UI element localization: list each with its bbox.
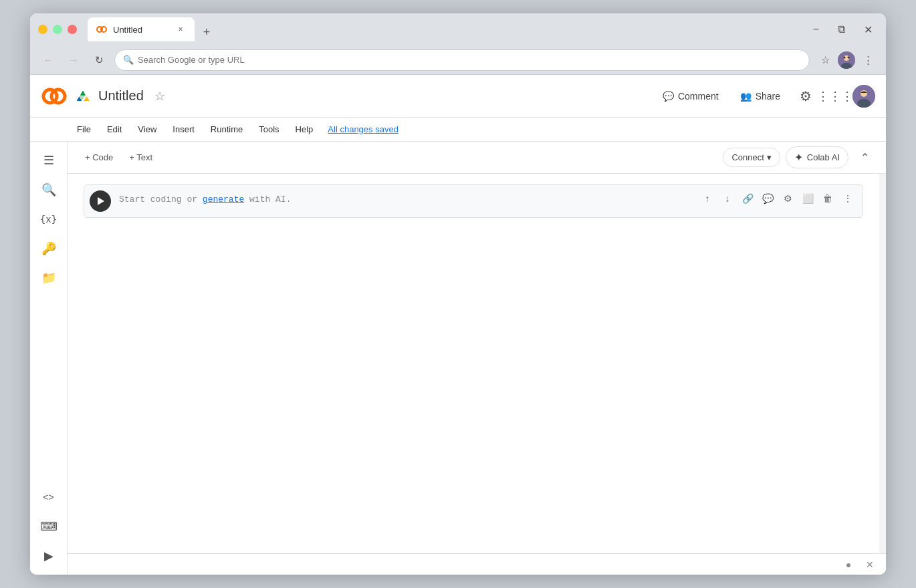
key-icon: 🔑: [41, 241, 56, 256]
cell-toolbar: + Code + Text Connect ▾ ✦ Colab AI ⌃: [68, 142, 886, 174]
star-button[interactable]: ☆: [152, 86, 168, 106]
cell-delete-button[interactable]: 🗑: [818, 189, 837, 208]
menu-runtime[interactable]: Runtime: [204, 122, 249, 137]
notebook-area: + Code + Text Connect ▾ ✦ Colab AI ⌃: [68, 142, 886, 575]
active-tab[interactable]: Untitled ×: [88, 17, 195, 41]
sidebar-files-button[interactable]: 📁: [35, 265, 62, 291]
bottom-close-button[interactable]: ✕: [862, 557, 878, 573]
svg-point-5: [844, 56, 846, 58]
browser-window: − □ × Untitled × + − ⧉ ✕: [30, 13, 886, 575]
sidebar-command-palette-button[interactable]: ⌨: [35, 513, 62, 540]
gear-icon: ⚙: [800, 88, 812, 104]
cell-expand-button[interactable]: ⬜: [798, 189, 817, 208]
reload-button[interactable]: ↻: [89, 50, 109, 70]
cell-move-down-button[interactable]: ↓: [718, 189, 737, 208]
toc-icon: ☰: [43, 153, 54, 168]
cell-more-button[interactable]: ⋮: [838, 189, 857, 208]
apps-grid-button[interactable]: ⋮⋮⋮: [823, 84, 847, 108]
add-code-button[interactable]: + Code: [78, 148, 120, 166]
sidebar-code-snippets-button[interactable]: <>: [35, 484, 62, 510]
link-icon: 🔗: [742, 193, 754, 204]
add-text-button[interactable]: + Text: [122, 148, 159, 166]
notebook-scrollbar[interactable]: [879, 174, 886, 553]
cell-toolbar-right: Connect ▾ ✦ Colab AI ⌃: [723, 146, 875, 168]
comment-button[interactable]: 💬 Comment: [655, 87, 727, 106]
chrome-toolbar: ← → ↻ 🔍 ☆ ⋮: [30, 45, 886, 75]
menu-file[interactable]: File: [70, 122, 98, 137]
cells-container: ↑ ↓ 🔗 💬: [68, 174, 879, 553]
bottom-bar: ● ✕: [68, 553, 886, 575]
tab-bar: Untitled × +: [88, 17, 802, 41]
menu-view[interactable]: View: [131, 122, 163, 137]
user-avatar-img: [852, 85, 875, 108]
chrome-menu-button[interactable]: ⋮: [858, 50, 878, 70]
bottom-circle-button[interactable]: ●: [840, 557, 856, 573]
close-button[interactable]: ×: [68, 25, 77, 34]
window-minimize-btn[interactable]: −: [808, 21, 824, 38]
maximize-button[interactable]: □: [53, 25, 62, 34]
user-avatar[interactable]: [852, 85, 875, 108]
code-cell: ↑ ↓ 🔗 💬: [84, 184, 863, 218]
sidebar-toc-button[interactable]: ☰: [35, 147, 62, 174]
toolbar-right: ☆ ⋮: [815, 50, 878, 70]
menu-tools[interactable]: Tools: [252, 122, 285, 137]
code-icon: <>: [43, 492, 53, 502]
tab-close-button[interactable]: ×: [175, 23, 187, 35]
settings-button[interactable]: ⚙: [794, 84, 818, 108]
share-label: Share: [756, 91, 780, 102]
profile-avatar[interactable]: [838, 51, 855, 69]
variables-icon: {x}: [40, 214, 57, 225]
comment-icon: 💬: [663, 91, 674, 102]
search-sidebar-icon: 🔍: [41, 182, 56, 197]
main-layout: ☰ 🔍 {x} 🔑 📁 <> ⌨: [30, 142, 886, 575]
window-restore-btn[interactable]: ⧉: [832, 21, 850, 38]
trash-icon: 🗑: [823, 193, 832, 204]
colab-logo: [41, 83, 68, 110]
cell-placeholder-text: Start coding or: [119, 194, 203, 204]
cell-gear-icon: ⚙: [784, 193, 792, 204]
generate-link[interactable]: generate: [203, 194, 244, 204]
cell-placeholder-suffix: with AI.: [244, 194, 291, 204]
back-button[interactable]: ←: [38, 50, 58, 70]
arrow-down-icon: ↓: [725, 193, 730, 204]
cell-settings-button[interactable]: ⚙: [778, 189, 797, 208]
connect-button[interactable]: Connect ▾: [723, 148, 780, 167]
drive-icon: [76, 90, 90, 103]
sidebar-variables-button[interactable]: {x}: [35, 206, 62, 233]
cells-and-scrollbar: ↑ ↓ 🔗 💬: [68, 174, 886, 553]
chrome-titlebar: − □ × Untitled × + − ⧉ ✕: [30, 13, 886, 45]
search-icon: 🔍: [123, 55, 134, 65]
colab-ai-button[interactable]: ✦ Colab AI: [786, 146, 848, 168]
window-close-btn[interactable]: ✕: [858, 21, 878, 39]
share-button[interactable]: 👥 Share: [732, 87, 788, 106]
forward-button[interactable]: →: [64, 50, 84, 70]
cell-comment-button[interactable]: 💬: [758, 189, 777, 208]
folder-icon: 📁: [41, 271, 56, 285]
terminal-icon: ▶: [44, 549, 53, 563]
connect-label: Connect: [731, 152, 764, 162]
app-content: Untitled ☆ 💬 Comment 👥 Share ⚙ ⋮⋮⋮: [30, 75, 886, 575]
sidebar-search-button[interactable]: 🔍: [35, 176, 62, 203]
cell-move-up-button[interactable]: ↑: [698, 189, 717, 208]
menu-insert[interactable]: Insert: [166, 122, 201, 137]
svg-point-6: [848, 56, 850, 58]
sidebar-secrets-button[interactable]: 🔑: [35, 235, 62, 262]
sidebar-terminal-button[interactable]: ▶: [35, 543, 62, 569]
bookmark-button[interactable]: ☆: [815, 50, 835, 70]
new-tab-button[interactable]: +: [197, 23, 216, 41]
minimize-button[interactable]: −: [38, 25, 47, 34]
cell-link-button[interactable]: 🔗: [738, 189, 757, 208]
window-controls: − □ ×: [38, 25, 77, 34]
bottom-close-icon: ✕: [866, 559, 874, 570]
menu-help[interactable]: Help: [289, 122, 320, 137]
run-cell-button[interactable]: [90, 190, 111, 212]
address-input[interactable]: [138, 55, 801, 65]
menu-edit[interactable]: Edit: [100, 122, 128, 137]
colab-ai-label: Colab AI: [807, 152, 840, 162]
cell-header-actions: ↑ ↓ 🔗 💬: [698, 189, 857, 208]
address-bar[interactable]: 🔍: [114, 49, 810, 71]
save-status[interactable]: All changes saved: [328, 124, 398, 134]
share-icon: 👥: [740, 91, 752, 102]
play-icon: [98, 197, 104, 205]
collapse-button[interactable]: ⌃: [854, 147, 875, 168]
